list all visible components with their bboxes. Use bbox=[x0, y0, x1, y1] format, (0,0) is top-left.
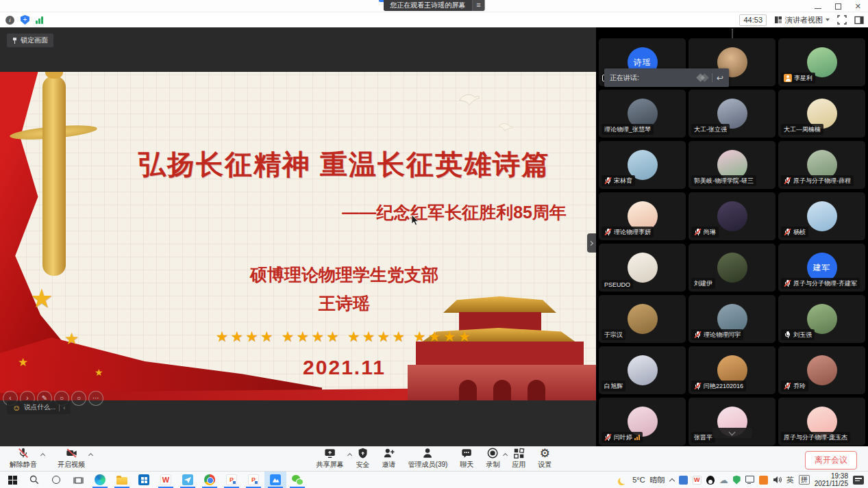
taskbar-app-edge[interactable] bbox=[89, 472, 111, 488]
ime-language-indicator[interactable]: 英 bbox=[786, 475, 794, 485]
qq-tray-icon[interactable] bbox=[706, 476, 715, 485]
taskbar-clock[interactable]: 19:38 2021/11/25 bbox=[815, 472, 848, 487]
search-button[interactable] bbox=[23, 472, 45, 488]
apps-button[interactable]: 应用 bbox=[512, 448, 525, 471]
security-tray-icon[interactable] bbox=[733, 476, 741, 485]
taskbar-app-store[interactable] bbox=[133, 472, 155, 488]
participant-tile[interactable]: 建军 原子与分子物理-齐建军 bbox=[778, 244, 865, 292]
taskbar-app-chrome[interactable] bbox=[199, 472, 221, 488]
lock-view-button[interactable]: 锁定画面 bbox=[7, 34, 53, 47]
chat-placeholder: 说点什么... bbox=[24, 403, 55, 412]
participant-tile[interactable]: 大工—周楠楠 bbox=[778, 90, 865, 138]
chevron-right-icon bbox=[588, 240, 593, 245]
speaking-indicator-tooltip: 正在讲话: ↩ bbox=[604, 68, 729, 87]
settings-button[interactable]: ⚙ 设置 bbox=[538, 448, 551, 471]
windows-logo-icon bbox=[8, 476, 17, 485]
security-shield-icon[interactable]: + bbox=[21, 15, 29, 25]
participant-tile[interactable]: 郭美岐-物理学院-研三 bbox=[689, 141, 776, 189]
leave-meeting-button[interactable]: 离开会议 bbox=[805, 451, 857, 470]
ime-mode-indicator[interactable]: 拼 bbox=[799, 475, 810, 485]
share-options-chevron[interactable] bbox=[347, 453, 352, 458]
tray-expand-chevron[interactable] bbox=[669, 478, 674, 483]
participant-tile[interactable]: 于宗汉 bbox=[599, 295, 686, 343]
display-tray-icon[interactable] bbox=[745, 476, 754, 483]
maximize-button[interactable] bbox=[835, 3, 841, 10]
cortana-button[interactable] bbox=[45, 472, 67, 488]
taskbar-app-wechat[interactable] bbox=[286, 472, 308, 488]
share-screen-button[interactable]: 共享屏幕 bbox=[317, 448, 344, 471]
video-options-chevron[interactable] bbox=[88, 453, 93, 458]
participant-tile[interactable]: 原子与分子物理-薛程 bbox=[778, 141, 865, 189]
start-video-button[interactable]: 开启视频 bbox=[58, 448, 85, 471]
clock-time: 19:38 bbox=[831, 472, 848, 480]
participant-tile[interactable]: 尚琳 bbox=[689, 192, 776, 240]
more-options-button[interactable]: ⋯ bbox=[88, 391, 103, 406]
participant-tile[interactable]: 杨桢 bbox=[778, 192, 865, 240]
participant-tile[interactable]: 白旭辉 bbox=[599, 346, 686, 394]
invite-button[interactable]: 邀请 bbox=[382, 448, 396, 471]
close-button[interactable]: ✕ bbox=[855, 3, 861, 10]
meeting-info-icon[interactable]: i bbox=[5, 16, 14, 25]
participant-tile[interactable]: 理论物理李妍 bbox=[599, 192, 686, 240]
participant-tile[interactable]: PSEUDO bbox=[599, 244, 686, 292]
record-options-chevron[interactable] bbox=[503, 453, 508, 458]
cloud-tray-icon[interactable]: ☁ bbox=[719, 475, 728, 485]
reply-arrow-icon[interactable]: ↩ bbox=[717, 74, 723, 82]
mic-muted-icon bbox=[694, 383, 702, 390]
meeting-info-bar: i + 44:53 演讲者视图 bbox=[0, 12, 868, 27]
cortana-icon bbox=[52, 476, 60, 484]
participant-tile[interactable]: 闫叶婷 bbox=[599, 398, 686, 446]
tray-app-icon[interactable] bbox=[679, 476, 688, 485]
taskbar-app-converter-2[interactable]: P bbox=[243, 472, 264, 488]
tray-app-icon[interactable] bbox=[759, 476, 768, 485]
taskbar-app-wps[interactable]: W bbox=[155, 472, 177, 488]
start-button[interactable] bbox=[1, 472, 23, 488]
sidebar-collapse-handle[interactable] bbox=[587, 233, 596, 253]
participant-tile[interactable]: 理论物理闫宇 bbox=[689, 295, 776, 343]
wps-tray-icon[interactable]: W bbox=[693, 476, 702, 485]
chevron-down-icon bbox=[729, 428, 736, 435]
unmute-button[interactable]: 解除静音 bbox=[10, 448, 37, 471]
participant-tile[interactable]: 张晋平 bbox=[689, 398, 776, 446]
mic-options-chevron[interactable] bbox=[40, 453, 45, 458]
chat-button[interactable]: 聊天 bbox=[460, 448, 473, 471]
participant-tile[interactable]: 闫艳22102016 bbox=[689, 346, 776, 394]
notification-center-icon[interactable] bbox=[853, 476, 864, 485]
participants-sidebar: 正在讲话: ↩ 诗瑶 bbox=[596, 27, 868, 446]
collapse-chat-icon[interactable]: ‹ bbox=[63, 404, 65, 411]
participant-tile[interactable]: 李星利 bbox=[778, 38, 865, 86]
security-button[interactable]: 安全 bbox=[356, 448, 370, 471]
participant-tile[interactable]: 原子与分子物理-庞玉杰 bbox=[778, 398, 865, 446]
record-button[interactable]: 录制 bbox=[486, 448, 499, 471]
weather-moon-icon[interactable] bbox=[620, 476, 628, 484]
participant-tile[interactable]: 乔玲 bbox=[778, 346, 865, 394]
fullscreen-icon[interactable] bbox=[837, 15, 847, 25]
weather-desc[interactable]: 晴朗 bbox=[650, 475, 665, 485]
task-view-button[interactable] bbox=[67, 472, 89, 488]
taskbar-app-meeting[interactable] bbox=[264, 472, 286, 488]
participant-tile[interactable]: 刘建伊 bbox=[689, 244, 776, 292]
gear-icon: ⚙ bbox=[540, 448, 550, 459]
participant-tile[interactable]: 大工-张立强 bbox=[689, 90, 776, 138]
scroll-down-button[interactable] bbox=[712, 428, 752, 438]
banner-menu-icon[interactable]: ≡ bbox=[472, 0, 484, 11]
presentation-slide: ★ ★ ★ ★ 弘扬长征精神 重温长征英雄诗篇 ——纪念红军长征胜利85周年 硕… bbox=[0, 72, 596, 400]
quick-chat-input[interactable]: ☺ 说点什么... ‹ bbox=[7, 401, 71, 414]
view-mode-selector[interactable]: 演讲者视图 bbox=[774, 15, 830, 25]
taskbar-app-converter-1[interactable]: P bbox=[221, 472, 243, 488]
participant-tile[interactable]: 理论物理_张慧琴 bbox=[599, 90, 686, 138]
magnifier-button[interactable]: ○ bbox=[71, 391, 86, 406]
participant-tile[interactable]: 刘玉强 bbox=[778, 295, 865, 343]
screen-share-banner[interactable]: 您正在观看王诗瑶的屏幕 ≡ bbox=[383, 0, 484, 11]
volume-icon[interactable] bbox=[773, 476, 782, 484]
taskbar-app-docs[interactable] bbox=[177, 472, 199, 488]
participant-nameplate: 原子与分子物理-齐建军 bbox=[781, 278, 860, 289]
minimize-button[interactable] bbox=[815, 8, 821, 9]
participant-tile[interactable]: 宋林育 bbox=[599, 141, 686, 189]
layout-toggle-icon[interactable] bbox=[854, 16, 864, 25]
manage-members-button[interactable]: 管理成员(39) bbox=[408, 448, 448, 471]
emoji-icon[interactable]: ☺ bbox=[12, 404, 21, 412]
weather-temp[interactable]: 5°C bbox=[632, 476, 645, 484]
gold-star-decoration: ★ bbox=[95, 368, 103, 377]
taskbar-app-explorer[interactable] bbox=[111, 472, 133, 488]
